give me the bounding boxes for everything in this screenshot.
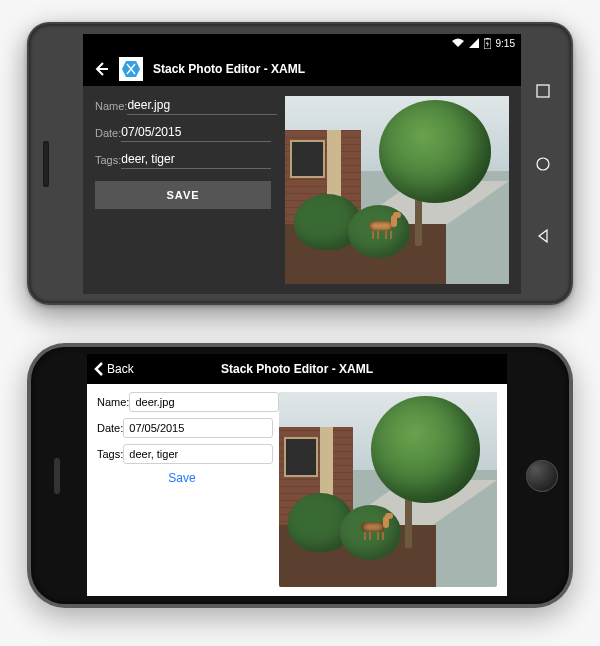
- tags-label: Tags:: [97, 448, 123, 460]
- save-button[interactable]: SAVE: [95, 181, 271, 209]
- photo-preview: [285, 96, 509, 284]
- tags-label: Tags:: [95, 154, 121, 166]
- wifi-icon: [452, 38, 464, 48]
- android-nav-keys: [525, 34, 561, 293]
- back-button[interactable]: [93, 61, 109, 77]
- name-input[interactable]: [129, 392, 279, 412]
- name-input[interactable]: [127, 96, 277, 115]
- android-device: 9:15 Stack Photo Editor - XAML Name:: [27, 22, 573, 305]
- tags-input[interactable]: [121, 150, 271, 169]
- home-button[interactable]: [526, 460, 558, 492]
- iphone-earpiece: [54, 458, 60, 494]
- form-panel: Name: Date: Tags: SAVE: [95, 96, 271, 284]
- date-input[interactable]: [123, 418, 273, 438]
- recent-apps-icon[interactable]: [536, 84, 550, 98]
- back-icon[interactable]: [536, 229, 550, 243]
- signal-icon: [469, 38, 479, 48]
- app-title: Stack Photo Editor - XAML: [153, 62, 305, 76]
- date-label: Date:: [95, 127, 121, 139]
- svg-rect-3: [486, 38, 489, 39]
- name-label: Name:: [95, 100, 127, 112]
- date-label: Date:: [97, 422, 123, 434]
- chevron-left-icon: [93, 361, 105, 377]
- status-time: 9:15: [496, 38, 515, 49]
- xamarin-logo-icon: [119, 57, 143, 81]
- status-bar: 9:15: [83, 34, 521, 52]
- back-label: Back: [107, 362, 134, 376]
- iphone-device: Back Stack Photo Editor - XAML Name: Dat…: [27, 343, 573, 608]
- save-button[interactable]: Save: [162, 470, 201, 486]
- photo-preview: [279, 392, 497, 587]
- date-input[interactable]: [121, 123, 271, 142]
- battery-icon: [484, 38, 491, 49]
- app-bar: Stack Photo Editor - XAML: [83, 52, 521, 86]
- form-panel: Name: Date: Tags: Save: [97, 392, 267, 596]
- tags-input[interactable]: [123, 444, 273, 464]
- svg-point-1: [537, 158, 549, 170]
- back-button[interactable]: Back: [93, 361, 134, 377]
- nav-title: Stack Photo Editor - XAML: [221, 362, 373, 376]
- name-label: Name:: [97, 396, 129, 408]
- home-icon[interactable]: [535, 156, 551, 172]
- android-speaker: [43, 141, 49, 187]
- nav-bar: Back Stack Photo Editor - XAML: [87, 354, 507, 384]
- svg-rect-0: [537, 85, 549, 97]
